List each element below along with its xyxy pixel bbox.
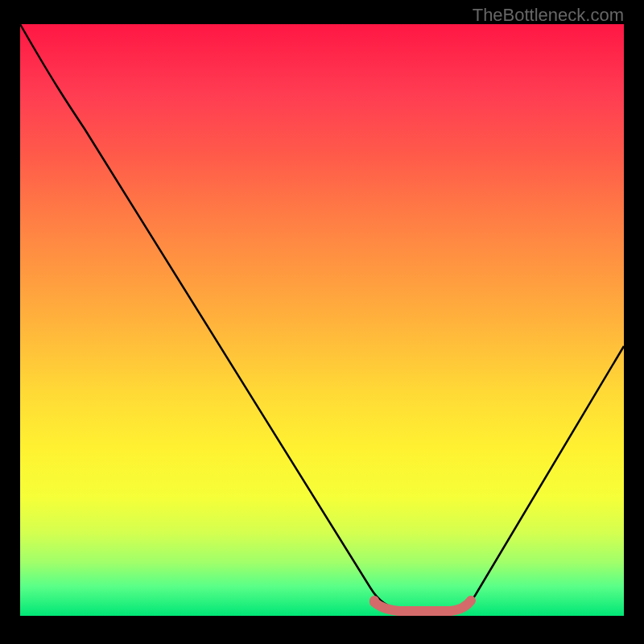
bottleneck-curve-line [20,24,624,610]
watermark-text: TheBottleneck.com [473,5,624,26]
chart-svg [20,24,624,616]
highlight-start-dot [369,596,379,605]
chart-plot-area [20,24,624,616]
highlight-segment [374,601,471,611]
